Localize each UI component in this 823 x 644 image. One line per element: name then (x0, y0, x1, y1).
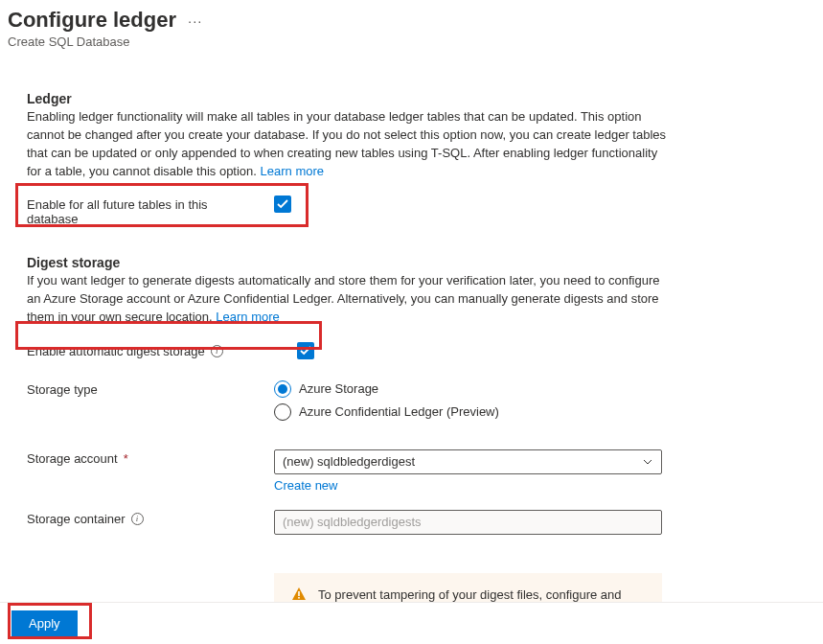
storage-account-dropdown[interactable]: (new) sqldbledgerdigest (274, 449, 662, 474)
create-new-link[interactable]: Create new (274, 478, 337, 493)
check-icon (300, 345, 311, 356)
svg-rect-0 (298, 591, 300, 596)
ledger-learn-more-link[interactable]: Learn more (261, 164, 324, 178)
ledger-heading: Ledger (27, 91, 671, 106)
more-icon[interactable]: ··· (188, 12, 203, 29)
digest-description: If you want ledger to generate digests a… (27, 272, 671, 327)
check-icon (277, 198, 288, 210)
storage-container-input[interactable]: (new) sqldbledgerdigests (274, 510, 662, 535)
apply-button[interactable]: Apply (11, 610, 78, 636)
breadcrumb: Create SQL Database (8, 34, 815, 49)
info-icon[interactable]: i (211, 345, 223, 357)
chevron-down-icon (642, 456, 653, 468)
storage-type-radio-azure[interactable]: Azure Storage (274, 380, 671, 398)
radio-label-azure: Azure Storage (299, 381, 378, 396)
page-title: Configure ledger (8, 8, 176, 33)
footer-bar: Apply (0, 602, 823, 644)
radio-icon (274, 380, 291, 398)
radio-icon (274, 403, 291, 421)
enable-ledger-checkbox[interactable] (274, 196, 291, 213)
required-indicator: * (124, 451, 128, 466)
digest-desc-text: If you want ledger to generate digests a… (27, 273, 660, 324)
enable-ledger-label: Enable for all future tables in this dat… (27, 197, 228, 226)
svg-rect-1 (298, 597, 300, 599)
enable-digest-checkbox[interactable] (297, 342, 314, 359)
storage-type-radio-acl[interactable]: Azure Confidential Ledger (Preview) (274, 403, 671, 421)
warning-icon (291, 586, 307, 602)
storage-account-value: (new) sqldbledgerdigest (283, 454, 415, 469)
ledger-desc-text: Enabling ledger functionality will make … (27, 109, 666, 178)
ledger-description: Enabling ledger functionality will make … (27, 108, 671, 180)
storage-type-label: Storage type (27, 382, 98, 397)
info-icon[interactable]: i (131, 513, 144, 525)
storage-account-label: Storage account (27, 451, 118, 466)
radio-label-acl: Azure Confidential Ledger (Preview) (299, 404, 499, 419)
digest-heading: Digest storage (27, 255, 671, 270)
digest-learn-more-link[interactable]: Learn more (216, 310, 279, 324)
storage-container-label: Storage container (27, 512, 126, 526)
enable-digest-label: Enable automatic digest storage (27, 344, 205, 358)
storage-container-placeholder: (new) sqldbledgerdigests (283, 515, 422, 529)
